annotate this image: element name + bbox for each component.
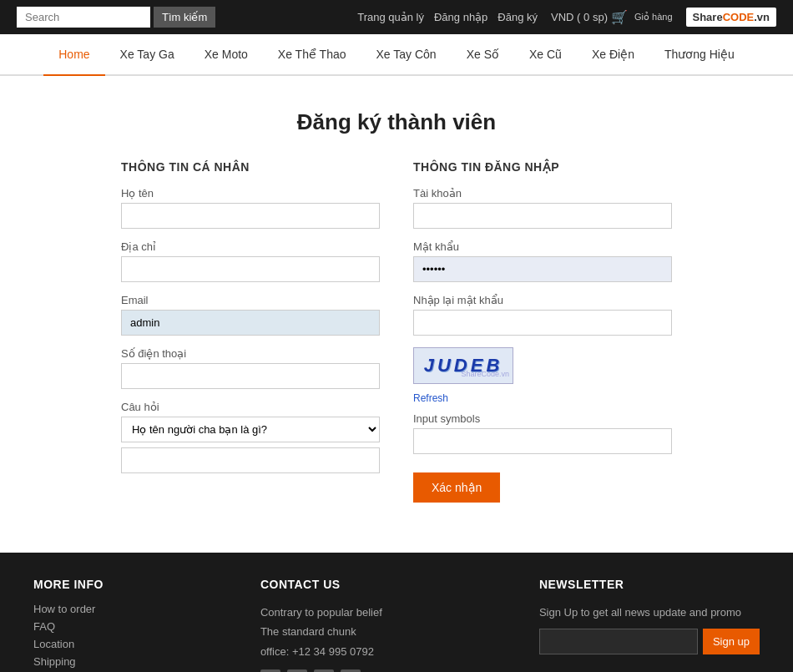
nav-xe-cu[interactable]: Xe Cũ (514, 34, 577, 74)
newsletter-desc: Sign Up to get all news update and promo (539, 603, 760, 622)
nav-thuong-hieu[interactable]: Thương Hiệu (649, 34, 750, 74)
cau-hoi-group: Câu hỏi Họ tên người cha bạn là gì? (121, 401, 380, 473)
footer-link-location[interactable]: Location (33, 638, 104, 650)
email-group: Email (121, 294, 380, 336)
captcha-watermark: ShareCode.vn (461, 370, 509, 378)
captcha-refresh-link[interactable]: Refresh (413, 392, 448, 404)
cau-hoi-select[interactable]: Họ tên người cha bạn là gì? (121, 417, 380, 442)
login-link[interactable]: Đăng nhập (434, 11, 487, 23)
mat-khau-input[interactable] (413, 256, 672, 282)
nav-xe-tay-con[interactable]: Xe Tay Côn (361, 34, 452, 74)
more-info-title: MORE INFO (33, 578, 104, 591)
phone-label: Số điện thoại (121, 347, 380, 360)
cau-hoi-answer-input[interactable] (121, 447, 380, 473)
newsletter-signup-button[interactable]: Sign up (703, 629, 760, 654)
nav-home[interactable]: Home (43, 34, 104, 76)
newsletter-title: NEWSLETTER (539, 578, 760, 591)
phone-group: Số điện thoại (121, 347, 380, 389)
footer-columns: MORE INFO How to order FAQ Location Ship… (33, 578, 760, 672)
cau-hoi-label: Câu hỏi (121, 401, 380, 413)
email-label: Email (121, 294, 380, 306)
contact-text2: The standard chunk (260, 622, 382, 641)
dia-chi-label: Địa chỉ (121, 240, 380, 253)
nhap-lai-mat-khau-group: Nhập lại mật khẩu (413, 294, 672, 336)
tai-khoan-input[interactable] (413, 203, 672, 229)
form-sections: THÔNG TIN CÁ NHÂN Họ tên Địa chỉ Email S… (17, 160, 776, 503)
search-button[interactable]: Tìm kiếm (154, 7, 215, 28)
search-input[interactable] (17, 7, 150, 28)
personal-info-section: THÔNG TIN CÁ NHÂN Họ tên Địa chỉ Email S… (121, 160, 380, 503)
nav-xe-so[interactable]: Xe Số (452, 34, 514, 74)
mat-khau-label: Mật khẩu (413, 240, 672, 253)
main-content: Đăng ký thành viên THÔNG TIN CÁ NHÂN Họ … (0, 76, 793, 553)
nav-xe-tay-ga[interactable]: Xe Tay Ga (105, 34, 189, 74)
search-area: Tìm kiếm (17, 7, 215, 28)
email-input[interactable] (121, 310, 380, 336)
captcha-image: JUDEB ShareCode.vn (413, 347, 513, 384)
nhap-lai-mat-khau-label: Nhập lại mật khẩu (413, 294, 672, 306)
personal-section-title: THÔNG TIN CÁ NHÂN (121, 160, 380, 174)
dia-chi-input[interactable] (121, 256, 380, 282)
nav-xe-dien[interactable]: Xe Điện (577, 34, 649, 74)
register-link[interactable]: Đăng ký (498, 11, 538, 23)
footer: MORE INFO How to order FAQ Location Ship… (0, 553, 793, 672)
captcha-input-group: Input symbols (413, 412, 672, 454)
header-links: Trang quản lý Đăng nhập Đăng ký (357, 11, 538, 23)
submit-button[interactable]: Xác nhận (413, 472, 500, 503)
ho-ten-input[interactable] (121, 203, 380, 229)
cart-area[interactable]: VND ( 0 sp) 🛒 Giỏ hàng (551, 9, 672, 25)
footer-link-how-to-order[interactable]: How to order (33, 603, 104, 615)
cart-sub: Giỏ hàng (634, 12, 673, 23)
footer-more-info: MORE INFO How to order FAQ Location Ship… (33, 578, 104, 672)
footer-link-shipping[interactable]: Shipping (33, 655, 104, 668)
main-nav: Home Xe Tay Ga Xe Moto Xe Thể Thao Xe Ta… (0, 34, 793, 76)
cart-label: VND ( 0 sp) (551, 11, 608, 23)
ho-ten-label: Họ tên (121, 187, 380, 200)
header-right: Trang quản lý Đăng nhập Đăng ký VND ( 0 … (357, 8, 776, 27)
mat-khau-group: Mật khẩu (413, 240, 672, 282)
logo: ShareCODE.vn (686, 8, 777, 27)
phone-input[interactable] (121, 363, 380, 389)
login-info-section: THÔNG TIN ĐĂNG NHẬP Tài khoản Mật khẩu N… (413, 160, 672, 503)
contact-title: CONTACT US (260, 578, 382, 591)
contact-text3: office: +12 34 995 0792 (260, 642, 382, 661)
admin-link[interactable]: Trang quản lý (357, 11, 424, 23)
footer-newsletter: NEWSLETTER Sign Up to get all news updat… (539, 578, 760, 672)
ho-ten-group: Họ tên (121, 187, 380, 229)
contact-text1: Contrary to popular belief (260, 603, 382, 622)
footer-contact: CONTACT US Contrary to popular belief Th… (260, 578, 382, 672)
cart-icon: 🛒 (611, 9, 628, 25)
captcha-area: JUDEB ShareCode.vn Refresh (413, 347, 672, 404)
captcha-input-label: Input symbols (413, 412, 672, 425)
nav-xe-moto[interactable]: Xe Moto (189, 34, 263, 74)
nav-xe-the-thao[interactable]: Xe Thể Thao (263, 34, 361, 74)
tai-khoan-label: Tài khoản (413, 187, 672, 200)
dia-chi-group: Địa chỉ (121, 240, 380, 282)
header: Tìm kiếm Trang quản lý Đăng nhập Đăng ký… (0, 0, 793, 34)
login-section-title: THÔNG TIN ĐĂNG NHẬP (413, 160, 672, 174)
tai-khoan-group: Tài khoản (413, 187, 672, 229)
nhap-lai-mat-khau-input[interactable] (413, 310, 672, 336)
newsletter-form: Sign up (539, 629, 760, 654)
page-title: Đăng ký thành viên (17, 109, 776, 135)
newsletter-input[interactable] (539, 629, 698, 654)
footer-link-faq[interactable]: FAQ (33, 620, 104, 633)
captcha-input[interactable] (413, 428, 672, 454)
